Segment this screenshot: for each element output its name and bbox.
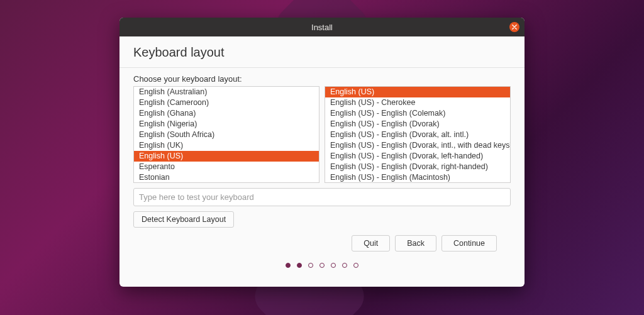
layout-item[interactable]: English (US) bbox=[134, 151, 319, 162]
variant-item[interactable]: English (US) bbox=[325, 87, 510, 97]
variant-item[interactable]: English (US) - English (Colemak) bbox=[325, 108, 510, 119]
layout-prompt: Choose your keyboard layout: bbox=[133, 74, 511, 84]
window-title: Install bbox=[311, 23, 333, 32]
progress-dot bbox=[331, 263, 336, 268]
progress-dot bbox=[286, 263, 291, 268]
variant-item[interactable]: English (US) - English (Dvorak) bbox=[325, 119, 510, 130]
back-button[interactable]: Back bbox=[395, 235, 436, 251]
variant-listbox[interactable]: English (US)English (US) - CherokeeEngli… bbox=[325, 86, 511, 183]
variant-item[interactable]: English (US) - Cherokee bbox=[325, 97, 510, 108]
continue-button[interactable]: Continue bbox=[441, 235, 497, 251]
titlebar: Install bbox=[119, 18, 525, 36]
progress-dot bbox=[297, 263, 302, 268]
layout-listbox[interactable]: English (Australian)English (Cameroon)En… bbox=[133, 86, 319, 183]
layout-item[interactable]: Esperanto bbox=[134, 162, 319, 172]
layout-item[interactable]: Estonian bbox=[134, 172, 319, 183]
layout-item[interactable]: English (Cameroon) bbox=[134, 97, 319, 108]
detect-layout-button[interactable]: Detect Keyboard Layout bbox=[133, 211, 234, 228]
layout-item[interactable]: English (South Africa) bbox=[134, 130, 319, 140]
variant-item[interactable]: English (US) - English (Dvorak, left-han… bbox=[325, 151, 510, 162]
page-header: Keyboard layout bbox=[119, 36, 525, 68]
installer-window: Install Keyboard layout Choose your keyb… bbox=[119, 18, 525, 287]
variant-item[interactable]: English (US) - English (Dvorak, right-ha… bbox=[325, 162, 510, 172]
page-title: Keyboard layout bbox=[133, 45, 511, 60]
progress-dot bbox=[353, 263, 358, 268]
quit-button[interactable]: Quit bbox=[352, 235, 390, 251]
progress-dots bbox=[133, 251, 511, 277]
progress-dot bbox=[308, 263, 313, 268]
close-icon bbox=[512, 25, 517, 30]
variant-item[interactable]: English (US) - English (Dvorak, intl., w… bbox=[325, 140, 510, 151]
variant-item[interactable]: English (US) - English (Macintosh) bbox=[325, 172, 510, 183]
layout-lists: English (Australian)English (Cameroon)En… bbox=[133, 86, 511, 183]
content-area: Choose your keyboard layout: English (Au… bbox=[119, 68, 525, 287]
keyboard-test-input[interactable] bbox=[133, 188, 511, 206]
progress-dot bbox=[342, 263, 347, 268]
variant-item[interactable]: English (US) - English (Dvorak, alt. int… bbox=[325, 130, 510, 140]
close-button[interactable] bbox=[509, 22, 519, 32]
footer-buttons: Quit Back Continue bbox=[133, 228, 511, 251]
layout-item[interactable]: English (Ghana) bbox=[134, 108, 319, 119]
layout-item[interactable]: English (Australian) bbox=[134, 87, 319, 97]
layout-item[interactable]: English (UK) bbox=[134, 140, 319, 151]
progress-dot bbox=[319, 263, 325, 268]
layout-item[interactable]: English (Nigeria) bbox=[134, 119, 319, 130]
